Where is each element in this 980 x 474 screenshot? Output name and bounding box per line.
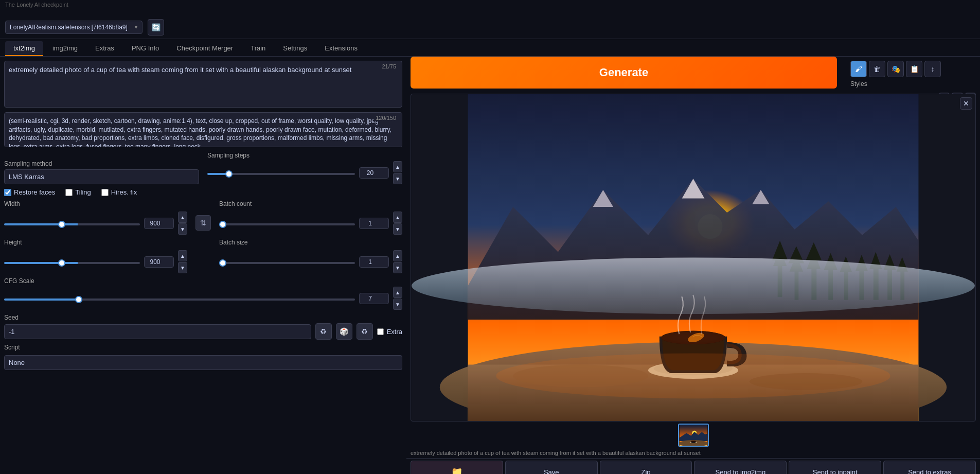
checkpoint-refresh-btn[interactable]: 🔄: [148, 19, 164, 36]
tab-settings[interactable]: Settings: [275, 41, 315, 56]
height-up[interactable]: ▲: [178, 250, 187, 261]
batch-count-down[interactable]: ▼: [393, 223, 402, 235]
seed-reuse-btn[interactable]: ♻: [357, 323, 373, 340]
tab-extensions[interactable]: Extensions: [316, 41, 366, 56]
sampling-steps-slider[interactable]: [207, 173, 355, 175]
tab-extras[interactable]: Extras: [87, 41, 122, 56]
cfg-slider-row: ▲ ▼: [4, 287, 402, 310]
style-icon-arrows[interactable]: ↕: [924, 61, 941, 77]
negative-prompt-input[interactable]: (semi-realistic, cgi, 3d, render, sketch…: [4, 112, 402, 147]
script-group: Script None: [4, 344, 402, 370]
image-container: ✕: [411, 94, 976, 422]
height-slider[interactable]: [4, 262, 140, 264]
hires-fix-checkbox[interactable]: Hires. fix: [101, 188, 137, 196]
sampling-steps-up[interactable]: ▲: [393, 161, 402, 172]
extra-checkbox-input[interactable]: [377, 328, 384, 335]
tab-train[interactable]: Train: [242, 41, 274, 56]
batch-size-label: Batch size: [219, 239, 402, 246]
extra-label: Extra: [387, 328, 402, 336]
batch-count-slider[interactable]: [219, 223, 355, 225]
batch-size-down[interactable]: ▼: [393, 262, 402, 273]
checkpoint-select[interactable]: LonelyAIRealism.safetensors [7f6146b8a9]: [5, 21, 142, 34]
width-up[interactable]: ▲: [178, 212, 187, 223]
sampling-steps-slider-container: [207, 169, 355, 177]
svg-rect-39: [468, 94, 919, 421]
tab-bar: txt2img img2img Extras PNG Info Checkpoi…: [0, 39, 980, 57]
style-icon-trash[interactable]: 🗑: [869, 61, 885, 77]
positive-prompt-wrapper: extremely detailed photo of a cup of tea…: [4, 61, 402, 109]
swap-dimensions-btn[interactable]: ⇅: [195, 215, 211, 231]
width-input[interactable]: [144, 218, 174, 229]
cfg-slider-container: [4, 294, 355, 302]
restore-faces-input[interactable]: [4, 189, 11, 196]
seed-reset-btn[interactable]: ♻: [315, 323, 332, 340]
batch-count-slider-row: ▲ ▼: [219, 212, 402, 235]
batch-size-up[interactable]: ▲: [393, 250, 402, 261]
sampling-steps-slider-row: ▲ ▼: [207, 161, 402, 184]
hires-fix-input[interactable]: [101, 189, 109, 196]
sampling-steps-label: Sampling steps: [207, 152, 402, 159]
tab-img2img[interactable]: img2img: [44, 41, 86, 56]
checkboxes-row: Restore faces Tiling Hires. fix: [4, 188, 402, 196]
tab-txt2img[interactable]: txt2img: [5, 41, 43, 56]
height-input[interactable]: [144, 256, 174, 268]
script-label: Script: [4, 344, 402, 351]
style-icon-theater[interactable]: 🎭: [887, 61, 904, 77]
tiling-input[interactable]: [65, 189, 73, 196]
cfg-up[interactable]: ▲: [393, 287, 402, 298]
sampling-steps-down[interactable]: ▼: [393, 173, 402, 184]
positive-prompt-input[interactable]: extremely detailed photo of a cup of tea…: [4, 61, 402, 108]
width-slider-container: [4, 219, 140, 227]
batch-size-input[interactable]: [359, 256, 389, 268]
batch-size-slider-container: [219, 258, 355, 266]
sampling-method-select[interactable]: LMS Karras: [4, 169, 199, 184]
style-icon-clipboard[interactable]: 📋: [906, 61, 922, 77]
open-folder-btn[interactable]: 📁: [411, 461, 503, 474]
close-image-btn[interactable]: ✕: [960, 97, 972, 110]
height-slider-container: [4, 258, 140, 266]
cfg-down[interactable]: ▼: [393, 299, 402, 310]
send-to-inpaint-btn[interactable]: Send to inpaint: [789, 461, 881, 474]
neg-prompt-counter: 120/150: [373, 114, 398, 121]
dims-batch-row: Width ▲ ▼ ⇅ Batch count: [4, 200, 402, 235]
script-select[interactable]: None: [4, 355, 402, 370]
image-area: ✕: [406, 94, 980, 474]
tiling-checkbox[interactable]: Tiling: [65, 188, 91, 196]
styles-label: Styles: [850, 80, 976, 87]
generate-button[interactable]: Generate: [411, 57, 837, 89]
zip-btn[interactable]: Zip: [600, 461, 692, 474]
batch-size-slider-row: ▲ ▼: [219, 250, 402, 273]
height-batchsize-row: Height ▲ ▼ Batch size: [4, 239, 402, 273]
seed-label: Seed: [4, 314, 402, 321]
right-panel: Generate 🖌 🗑 🎭 📋 ↕ Styles ✕ ▼ ✓ ✕: [406, 57, 980, 474]
restore-faces-checkbox[interactable]: Restore faces: [4, 188, 55, 196]
extra-checkbox[interactable]: Extra: [377, 328, 402, 336]
height-slider-row: ▲ ▼: [4, 250, 187, 273]
cfg-slider[interactable]: [4, 299, 355, 301]
width-slider[interactable]: [4, 223, 140, 225]
cfg-input[interactable]: [359, 293, 389, 304]
batch-size-slider[interactable]: [219, 262, 355, 264]
send-to-extras-btn[interactable]: Send to extras: [883, 461, 976, 474]
height-down[interactable]: ▼: [178, 262, 187, 273]
seed-dice-btn[interactable]: 🎲: [336, 323, 352, 340]
batch-count-input[interactable]: [359, 218, 389, 229]
width-label: Width: [4, 200, 187, 207]
cfg-spinner: ▲ ▼: [393, 287, 402, 310]
seed-input[interactable]: [4, 324, 311, 339]
save-btn[interactable]: Save: [505, 461, 598, 474]
sampling-method-label: Sampling method: [4, 160, 199, 167]
width-spinner: ▲ ▼: [178, 212, 187, 235]
seed-row: ♻ 🎲 ♻ Extra: [4, 323, 402, 340]
style-icon-paint[interactable]: 🖌: [850, 61, 867, 77]
height-spinner: ▲ ▼: [178, 250, 187, 273]
width-down[interactable]: ▼: [178, 223, 187, 235]
tab-png-info[interactable]: PNG Info: [123, 41, 167, 56]
bottom-action-bar: 📁 Save Zip Send to img2img Send to inpai…: [406, 458, 980, 474]
tab-checkpoint-merger[interactable]: Checkpoint Merger: [168, 41, 241, 56]
sampling-steps-input[interactable]: [359, 167, 389, 179]
batch-count-up[interactable]: ▲: [393, 212, 402, 223]
send-to-img2img-btn[interactable]: Send to img2img: [694, 461, 787, 474]
prompt-counter: 21/75: [380, 63, 398, 70]
thumbnail-item[interactable]: [678, 424, 709, 447]
